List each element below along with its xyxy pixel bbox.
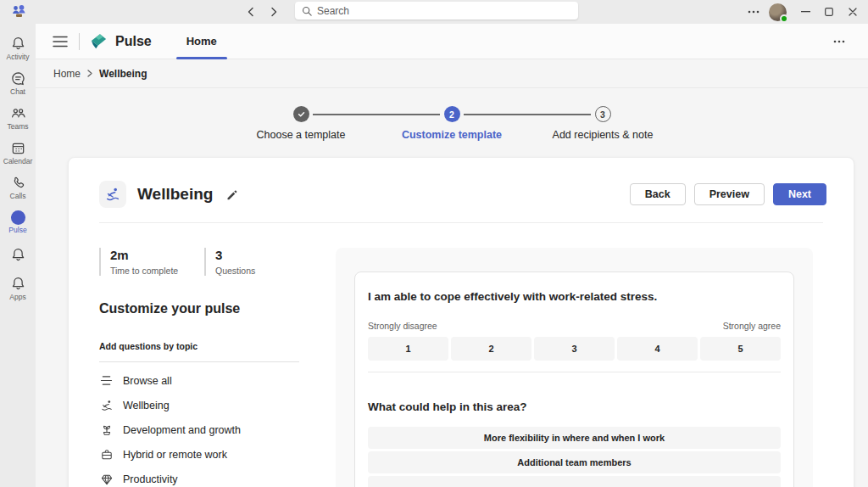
bell-icon — [10, 247, 26, 263]
sidebar-item-chat[interactable]: Chat — [0, 66, 36, 100]
question-1-text: I am able to cope effectively with work-… — [368, 290, 781, 303]
scale-min-label: Strongly disagree — [368, 321, 437, 331]
step-done-check-icon — [293, 106, 309, 122]
chat-icon — [10, 70, 26, 87]
customize-panel: 2m Time to complete 3 Questions Customiz… — [99, 248, 336, 487]
search-input[interactable] — [317, 5, 571, 17]
user-avatar[interactable] — [769, 3, 787, 21]
teams-app-icon — [11, 4, 27, 18]
breadcrumb-chevron-icon — [86, 70, 93, 77]
step-choose-template[interactable]: Choose a template — [225, 106, 376, 141]
step-number: 3 — [595, 106, 611, 122]
header-divider — [79, 33, 80, 50]
answer-options: More flexibility in where and when I wor… — [368, 427, 781, 487]
sidebar-item-pulse[interactable]: Pulse — [0, 205, 36, 239]
gem-icon — [99, 473, 114, 486]
next-button[interactable]: Next — [773, 183, 826, 205]
template-editor-card: Wellbeing Back Preview Next — [68, 157, 854, 487]
pulse-circle-icon — [11, 210, 25, 225]
wellbeing-icon — [99, 399, 114, 412]
sidebar-item-teams[interactable]: Teams — [0, 101, 36, 135]
stat-time-to-complete: 2m Time to complete — [99, 248, 204, 276]
page-content: Choose a template 2 Customize template 3… — [36, 88, 868, 487]
maximize-button[interactable] — [817, 0, 841, 24]
sidebar-item-calls[interactable]: Calls — [0, 171, 36, 204]
scale-option-4[interactable]: 4 — [617, 337, 698, 361]
topic-development-growth[interactable]: Development and growth — [99, 417, 336, 442]
answer-option-partial[interactable] — [368, 476, 781, 487]
hamburger-menu-icon[interactable] — [51, 32, 70, 51]
step-add-recipients[interactable]: 3 Add recipients & note — [527, 106, 678, 141]
sidebar-item-apps[interactable]: Apps — [0, 271, 36, 305]
question-2-text: What could help in this area? — [368, 400, 781, 413]
sidebar-item-pinned-app[interactable] — [0, 240, 36, 271]
step-customize-template[interactable]: 2 Customize template — [376, 106, 527, 141]
phone-icon — [10, 175, 26, 191]
back-button[interactable]: Back — [630, 183, 686, 205]
preview-button[interactable]: Preview — [694, 183, 765, 205]
history-forward-icon[interactable] — [264, 3, 283, 20]
search-icon — [302, 6, 312, 16]
topic-productivity[interactable]: Productivity — [99, 467, 336, 487]
app-rail: Activity Chat Teams Calendar Calls Pulse — [0, 24, 36, 487]
history-back-icon[interactable] — [242, 3, 260, 20]
topic-wellbeing[interactable]: Wellbeing — [99, 393, 336, 417]
question-card: I am able to cope effectively with work-… — [354, 271, 794, 487]
topics-label: Add questions by topic — [99, 341, 336, 351]
scale-max-label: Strongly agree — [723, 321, 781, 331]
pulse-logo-icon — [89, 31, 108, 51]
sprout-icon — [99, 423, 114, 437]
briefcase-icon — [99, 448, 114, 462]
wellbeing-template-icon — [99, 181, 126, 208]
step-number: 2 — [444, 106, 460, 122]
status-available-icon — [780, 14, 788, 23]
close-button[interactable] — [841, 0, 865, 24]
pulse-preview-panel: I am able to cope effectively with work-… — [336, 248, 813, 487]
breadcrumb: Home Wellbeing — [36, 59, 868, 88]
topic-browse-all[interactable]: Browse all — [99, 368, 336, 393]
breadcrumb-home[interactable]: Home — [53, 68, 81, 80]
sidebar-item-calendar[interactable]: Calendar — [0, 136, 36, 170]
stat-questions: 3 Questions — [204, 248, 255, 276]
wizard-stepper: Choose a template 2 Customize template 3… — [36, 88, 868, 141]
answer-option-1[interactable]: More flexibility in where and when I wor… — [368, 427, 781, 449]
likert-scale: 1 2 3 4 5 — [368, 337, 781, 361]
minimize-button[interactable] — [793, 0, 817, 24]
bell-icon — [10, 276, 26, 292]
scale-option-1[interactable]: 1 — [368, 337, 448, 361]
app-more-icon[interactable] — [827, 30, 851, 53]
question-divider — [368, 372, 781, 372]
titlebar-more-icon[interactable] — [742, 0, 765, 24]
app-header: Pulse Home — [36, 24, 868, 59]
bell-icon — [10, 36, 26, 52]
app-name: Pulse — [115, 34, 152, 49]
topics-divider — [99, 361, 299, 362]
scale-option-3[interactable]: 3 — [534, 337, 615, 361]
people-icon — [10, 105, 26, 121]
scale-option-5[interactable]: 5 — [700, 337, 781, 361]
sidebar-item-activity[interactable]: Activity — [0, 31, 36, 65]
breadcrumb-current: Wellbeing — [99, 68, 147, 80]
answer-option-2[interactable]: Additional team members — [368, 451, 781, 473]
list-lines-icon — [99, 375, 114, 386]
topic-hybrid-remote[interactable]: Hybrid or remote work — [99, 442, 336, 467]
window-titlebar — [0, 0, 868, 24]
tab-home[interactable]: Home — [174, 24, 230, 59]
search-box[interactable] — [295, 2, 578, 20]
scale-option-2[interactable]: 2 — [451, 337, 531, 361]
calendar-icon — [10, 140, 26, 156]
template-title: Wellbeing — [137, 185, 213, 204]
edit-title-icon[interactable] — [222, 185, 241, 204]
customize-heading: Customize your pulse — [99, 301, 336, 316]
